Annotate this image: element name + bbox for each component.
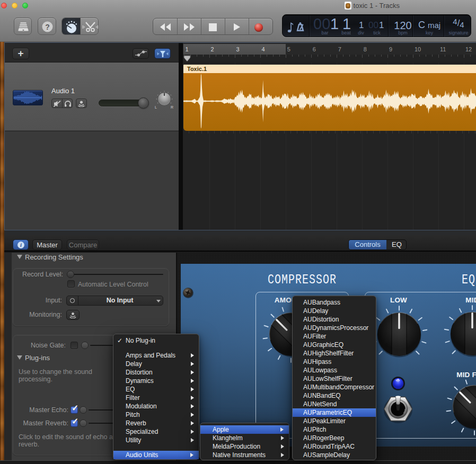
svg-text:?: ? bbox=[45, 23, 50, 31]
